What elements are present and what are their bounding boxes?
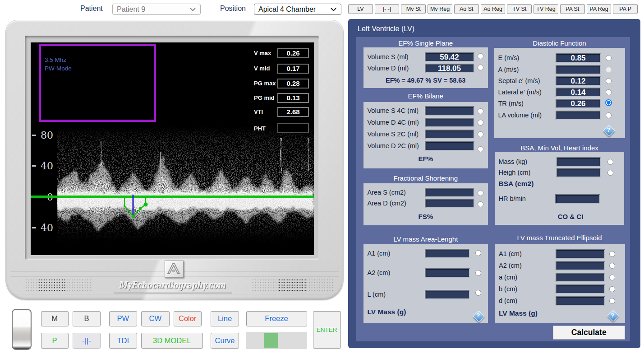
- e-input[interactable]: 0.85: [556, 53, 601, 63]
- vti-trace[interactable]: [116, 191, 157, 223]
- patient-select[interactable]: Patient 9: [112, 4, 201, 15]
- trace-point[interactable]: [143, 202, 147, 206]
- area-s-radio[interactable]: [478, 190, 483, 196]
- brand-logo-underline: [114, 293, 232, 293]
- button-line[interactable]: Line: [211, 311, 239, 326]
- lv-measurements-panel: Left Ventricle (LV) EF% Single Plane Vol…: [348, 19, 640, 348]
- button-color-mode[interactable]: Color: [174, 311, 202, 326]
- button-ao-st[interactable]: Ao St: [454, 4, 479, 14]
- a1-al-input[interactable]: [425, 249, 470, 258]
- position-select[interactable]: Apical 4 Chamber: [254, 4, 341, 15]
- gain-slider[interactable]: [246, 332, 307, 349]
- volume-d-radio[interactable]: [478, 65, 483, 70]
- button-cw-mode[interactable]: CW: [141, 311, 170, 326]
- a2-te-radio[interactable]: [609, 263, 615, 269]
- volume-d2c-radio[interactable]: [478, 146, 483, 152]
- button-pw-mode[interactable]: PW: [109, 311, 138, 326]
- height-radio[interactable]: [607, 170, 613, 176]
- a2-te-input[interactable]: [556, 261, 605, 270]
- a2-al-radio[interactable]: [475, 270, 481, 276]
- section-diastolic: E (m/s) 0.85 A (m/s) Septal e' (m/s) 0.1…: [494, 48, 625, 138]
- field-label: Volume S (ml): [368, 53, 409, 61]
- a-te-input[interactable]: [556, 273, 605, 282]
- volume-s2c-input[interactable]: [425, 130, 474, 139]
- button-ao-reg[interactable]: Ao Reg: [481, 4, 506, 14]
- area-d-input[interactable]: [425, 199, 474, 208]
- button-b-mode[interactable]: B: [73, 311, 101, 326]
- button-pa-p[interactable]: PA P: [613, 4, 638, 14]
- button-pa-st[interactable]: PA St: [560, 4, 585, 14]
- trace-point[interactable]: [131, 214, 134, 218]
- button-mv-reg[interactable]: Mv Reg: [428, 4, 452, 14]
- area-s-input[interactable]: [425, 188, 474, 197]
- mass-radio[interactable]: [607, 159, 613, 165]
- button-calipers-gate[interactable]: -||-: [73, 333, 101, 349]
- tr-radio-selected[interactable]: [605, 99, 612, 106]
- button-pa-reg[interactable]: PA Reg: [587, 4, 612, 14]
- volume-s4c-input[interactable]: [425, 106, 474, 116]
- volume-s-input[interactable]: 59.42: [425, 52, 474, 62]
- trace-point[interactable]: [139, 207, 142, 210]
- volume-s-radio[interactable]: [478, 53, 483, 59]
- gain-slider-handle[interactable]: [264, 333, 278, 348]
- b-te-radio[interactable]: [609, 286, 615, 292]
- volume-s2c-radio[interactable]: [478, 131, 483, 137]
- septal-e-radio[interactable]: [606, 78, 612, 84]
- help-icon[interactable]: ?: [472, 310, 484, 321]
- tr-input[interactable]: 0.26: [556, 99, 601, 108]
- button-tdi-mode[interactable]: TDI: [109, 333, 138, 349]
- field-label: Mass (kg): [499, 158, 528, 165]
- volume-d4c-radio[interactable]: [478, 120, 483, 126]
- volume-d2c-input[interactable]: [425, 141, 474, 151]
- button-enter[interactable]: ENTER: [313, 311, 341, 349]
- e-radio[interactable]: [606, 55, 612, 61]
- a1-te-radio[interactable]: [609, 251, 615, 257]
- lateral-e-radio[interactable]: [606, 89, 612, 95]
- help-icon[interactable]: ?: [607, 310, 618, 321]
- field-label: A1 (cm): [499, 250, 522, 257]
- button-calipers[interactable]: |- -|: [375, 4, 400, 14]
- patient-label: Patient: [80, 5, 103, 13]
- button-tv-st[interactable]: TV St: [507, 4, 532, 14]
- help-icon[interactable]: ?: [603, 124, 615, 136]
- b-te-input[interactable]: [556, 284, 605, 294]
- field-label: A2 (cm): [368, 269, 391, 276]
- trace-point[interactable]: [124, 205, 125, 207]
- la-volume-input[interactable]: [556, 111, 601, 120]
- l-al-radio[interactable]: [475, 290, 481, 296]
- calculate-button[interactable]: Calculate: [553, 326, 625, 340]
- button-lv[interactable]: LV: [348, 4, 373, 14]
- a2-al-input[interactable]: [425, 268, 470, 278]
- pht-label: PHT: [254, 125, 266, 132]
- button-curve[interactable]: Curve: [211, 333, 239, 349]
- button-mv-st[interactable]: Mv St: [401, 4, 426, 14]
- a-te-radio[interactable]: [609, 275, 615, 280]
- area-d-radio[interactable]: [478, 201, 483, 207]
- mass-input[interactable]: [557, 157, 601, 167]
- button-m-mode[interactable]: M: [41, 311, 69, 326]
- a1-te-input[interactable]: [556, 249, 605, 259]
- button-3d-model[interactable]: 3D MODEL: [141, 333, 203, 349]
- ultrasound-screen[interactable]: 80 40 0 40 3.5 Mhz PW-Mode V max 0.26 V …: [31, 42, 314, 255]
- a1-al-radio[interactable]: [475, 250, 481, 256]
- a-input[interactable]: [556, 65, 601, 75]
- height-input[interactable]: [557, 168, 601, 177]
- section-header-bsa: BSA, Min Vol, Heart index: [494, 144, 625, 152]
- button-tv-reg[interactable]: TV Reg: [534, 4, 558, 14]
- button-freeze[interactable]: Freeze: [246, 311, 307, 326]
- doppler-baseline[interactable]: [31, 196, 314, 198]
- button-p[interactable]: P: [41, 333, 69, 349]
- volume-d4c-input[interactable]: [425, 118, 474, 127]
- la-volume-radio[interactable]: [606, 112, 612, 118]
- volume-d-input[interactable]: 118.05: [425, 64, 474, 73]
- d-te-input[interactable]: [556, 296, 605, 306]
- field-label: a (cm): [499, 274, 517, 281]
- d-te-radio[interactable]: [609, 298, 615, 304]
- septal-e-input[interactable]: 0.12: [556, 76, 601, 86]
- lateral-e-input[interactable]: 0.14: [556, 88, 601, 97]
- hr-input[interactable]: [555, 194, 600, 204]
- control-knob[interactable]: [12, 309, 32, 350]
- volume-s4c-radio[interactable]: [478, 108, 483, 114]
- l-al-input[interactable]: [425, 290, 470, 299]
- speaker-grille-left-dark: [38, 279, 66, 292]
